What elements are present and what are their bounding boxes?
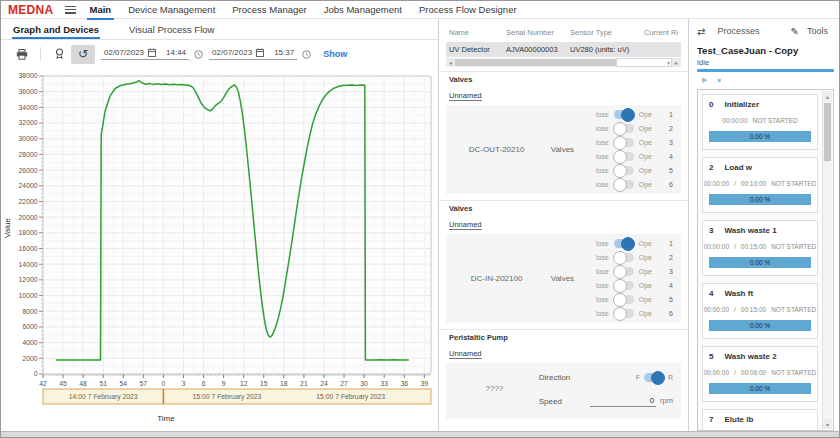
tab-processes[interactable]: Processes <box>717 26 759 36</box>
device-unnamed-link[interactable]: Unnamed <box>449 349 482 359</box>
valve-toggle-DC-IN-202100-2[interactable] <box>614 253 634 262</box>
live-tracking-button[interactable] <box>47 45 71 64</box>
step-header: 3Wash waste 1 <box>709 226 811 235</box>
stop-icon[interactable]: ■ <box>717 77 721 83</box>
start-time-clock-icon[interactable] <box>194 45 203 63</box>
svg-text:18000: 18000 <box>19 229 38 236</box>
valve-open-label: Ope <box>639 296 652 303</box>
valve-toggle-DC-OUT-20210-5[interactable] <box>614 166 634 175</box>
valve-number: 3 <box>664 139 673 146</box>
step-times: 00:00:00/00:10:00NOT STARTED <box>709 180 811 187</box>
pump-card: ???? Direction F R Speed 0 <box>446 363 681 419</box>
step-number: 7 <box>709 415 713 424</box>
valve-toggle-DC-OUT-20210-2[interactable] <box>614 124 634 133</box>
scroll-left-icon[interactable]: ◂ <box>446 58 455 67</box>
col-serial: Serial Number <box>506 28 570 37</box>
pump-speed-row: Speed 0 rpm <box>539 396 673 407</box>
valve-row-6: loseOpe6 <box>596 309 673 318</box>
step-status: NOT STARTED <box>753 117 798 124</box>
valve-row-2: loseOpe2 <box>596 253 673 262</box>
process-panel-header: ⇄ Processes ✎ Tools <box>697 23 834 39</box>
calendar-icon[interactable] <box>256 48 264 57</box>
valve-number: 5 <box>664 167 673 174</box>
svg-text:12000: 12000 <box>19 276 38 283</box>
edit-pencil-icon[interactable]: ✎ <box>791 26 799 37</box>
svg-text:3: 3 <box>182 380 186 387</box>
step-card-elute-lb[interactable]: 7Elute lb <box>702 409 818 431</box>
show-button[interactable]: Show <box>323 49 347 59</box>
valve-open-label: Ope <box>639 254 652 261</box>
svg-text:24: 24 <box>320 380 328 387</box>
spinner-down-icon[interactable]: ▾ <box>667 59 670 66</box>
valve-toggle-DC-IN-202100-5[interactable] <box>614 295 634 304</box>
scroll-up-icon[interactable]: ▴ <box>823 91 832 101</box>
svg-text:36000: 36000 <box>19 88 38 95</box>
vscroll-track[interactable] <box>823 101 832 419</box>
start-datetime-field[interactable]: 02/07/2023 14:44 <box>101 48 189 60</box>
step-card-wash-waste-2[interactable]: 5Wash waste 200:00:00/00:06:00NOT STARTE… <box>702 346 818 402</box>
chart-toolbar: ↺ 02/07/2023 14:44 02/07/2023 <box>1 40 438 68</box>
svg-text:0: 0 <box>34 370 38 377</box>
vscroll-thumb[interactable] <box>824 103 831 161</box>
end-time-clock-icon[interactable] <box>302 45 311 63</box>
valve-toggle-DC-OUT-20210-1[interactable] <box>614 110 634 119</box>
device-unnamed-link[interactable]: Unnamed <box>449 91 482 101</box>
step-progress-label: 0.00 % <box>750 196 770 203</box>
tab-graph-and-devices[interactable]: Graph and Devices <box>12 21 100 39</box>
step-card-initializer[interactable]: 0Initializer00:00:00NOT STARTED0.00 % <box>702 94 818 150</box>
svg-text:2000: 2000 <box>22 355 37 362</box>
nav-item-process-flow-designer[interactable]: Process Flow Designer <box>419 2 517 18</box>
end-time-value[interactable]: 15:37 <box>274 48 294 57</box>
end-datetime-field[interactable]: 02/07/2023 15:37 <box>209 48 297 60</box>
valve-close-label: lose <box>596 111 609 118</box>
step-card-wash-waste-1[interactable]: 3Wash waste 100:00:00/00:15:00NOT STARTE… <box>702 220 818 276</box>
valve-toggle-DC-OUT-20210-3[interactable] <box>614 138 634 147</box>
tab-visual-process-flow[interactable]: Visual Process Flow <box>128 21 215 39</box>
scroll-right-icon[interactable]: ▸ <box>672 58 681 67</box>
nav-item-process-manager[interactable]: Process Manager <box>232 2 306 18</box>
play-icon[interactable]: ▶ <box>702 76 707 84</box>
valve-toggle-DC-OUT-20210-4[interactable] <box>614 152 634 161</box>
sensor-table-row[interactable]: UV Detector AJVA00000003 UV280 (units: u… <box>446 42 681 57</box>
calendar-icon[interactable] <box>148 48 156 57</box>
current-reading-input[interactable]: ▾ <box>616 58 672 67</box>
medna-logo: MEDNA <box>8 3 54 17</box>
start-date-value[interactable]: 02/07/2023 <box>104 48 144 57</box>
valve-toggle-DC-IN-202100-3[interactable] <box>614 267 634 276</box>
sensor-table-hscrollbar[interactable]: ◂ ▾ ▸ <box>446 58 681 67</box>
uv-sensor-chart[interactable]: 0200040006000800010000120001400016000180… <box>1 68 437 428</box>
pump-direction-toggle[interactable] <box>644 373 664 382</box>
valve-open-label: Ope <box>639 139 652 146</box>
direction-forward-label: F <box>636 374 640 381</box>
valve-toggle-DC-IN-202100-1[interactable] <box>614 239 634 248</box>
nav-item-device-management[interactable]: Device Management <box>128 2 215 18</box>
dock-swap-icon[interactable]: ⇄ <box>697 26 705 37</box>
valve-section-0-header: Valves Unnamed <box>439 72 688 102</box>
nav-item-jobs-management[interactable]: Jobs Management <box>324 2 402 18</box>
tab-tools[interactable]: Tools <box>807 26 828 36</box>
svg-text:45: 45 <box>59 380 67 387</box>
step-number: 2 <box>709 163 713 172</box>
toolbar-separator <box>40 47 41 61</box>
step-number: 5 <box>709 352 713 361</box>
step-card-load-w[interactable]: 2Load w00:00:00/00:10:00NOT STARTED0.00 … <box>702 157 818 213</box>
hscroll-thumb[interactable] <box>455 59 616 66</box>
main-nav: MainDevice ManagementProcess ManagerJobs… <box>90 2 534 18</box>
device-unnamed-link[interactable]: Unnamed <box>449 220 482 230</box>
hamburger-menu-icon[interactable] <box>65 6 76 14</box>
valve-open-label: Ope <box>639 181 652 188</box>
print-button[interactable] <box>10 45 34 64</box>
end-date-value[interactable]: 02/07/2023 <box>212 48 252 57</box>
valve-row-1: loseOpe1 <box>596 110 673 119</box>
valve-toggle-DC-IN-202100-4[interactable] <box>614 281 634 290</box>
valve-toggle-DC-OUT-20210-6[interactable] <box>614 180 634 189</box>
history-mode-button[interactable]: ↺ <box>71 45 95 64</box>
step-progress-label: 0.00 % <box>750 133 770 140</box>
start-time-value[interactable]: 14:44 <box>166 48 186 57</box>
step-card-wash-ft[interactable]: 4Wash ft00:00:00/00:15:00NOT STARTED0.00… <box>702 283 818 339</box>
valve-toggle-DC-IN-202100-6[interactable] <box>614 309 634 318</box>
scroll-down-icon[interactable]: ▾ <box>823 419 832 429</box>
steps-vscrollbar[interactable]: ▴ ▾ <box>822 91 832 429</box>
nav-item-main[interactable]: Main <box>90 2 112 18</box>
speed-input[interactable]: 0 <box>590 396 656 407</box>
